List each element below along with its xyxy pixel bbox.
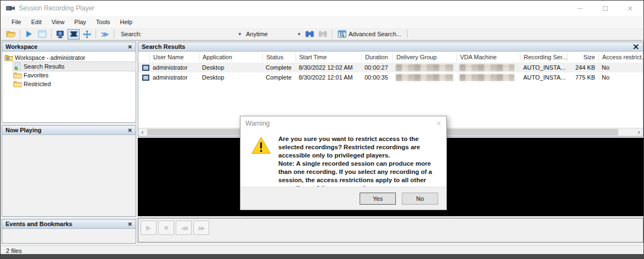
- results-table-header-row: User Name Application Status Start Time …: [138, 52, 643, 63]
- advanced-search-label: Advanced Search...: [349, 31, 401, 37]
- cell-size: 244 KB: [567, 64, 598, 71]
- playback-stop-button[interactable]: ■: [158, 221, 174, 235]
- column-header-recording-server[interactable]: Recording Ser...: [520, 53, 567, 61]
- tree-item-favorites[interactable]: Favorites: [13, 71, 136, 80]
- toolbar-separator: [20, 30, 20, 38]
- cell-application: Desktop: [199, 64, 262, 71]
- column-header-application[interactable]: Application: [199, 53, 262, 61]
- folder-icon: [13, 80, 22, 88]
- now-playing-panel-header: Now Playing ✕: [2, 126, 136, 135]
- window-title: Session Recording Player: [19, 4, 94, 12]
- app-camera-icon: [5, 4, 15, 12]
- fast-forward-icon: ▶▶: [199, 225, 204, 231]
- now-playing-panel-close-icon[interactable]: ✕: [128, 127, 132, 133]
- film-frame-icon: [70, 31, 78, 37]
- stop-icon: ■: [164, 224, 168, 232]
- cell-status: Complete: [262, 74, 295, 81]
- search-input[interactable]: [145, 30, 236, 38]
- time-filter-combobox[interactable]: Anytime ▾: [244, 29, 303, 39]
- workspace-root-icon: [4, 54, 13, 61]
- tree-item-label: Workspace - administrator: [15, 54, 85, 61]
- scroll-left-arrow-icon[interactable]: ‹: [138, 128, 147, 136]
- more-tools-button[interactable]: ≫: [99, 29, 111, 40]
- now-playing-panel-title: Now Playing: [5, 127, 128, 133]
- tree-item-workspace-root[interactable]: Workspace - administrator: [4, 53, 136, 62]
- column-header-delivery-group[interactable]: Delivery Group: [393, 53, 456, 61]
- events-bookmarks-panel-close-icon[interactable]: ✕: [128, 221, 132, 227]
- cell-status: Complete: [262, 64, 295, 71]
- tree-item-label: Search Results: [24, 63, 65, 70]
- search-results-header: Search Results ✕: [138, 42, 643, 52]
- toolbar-separator: [51, 30, 52, 38]
- workspace-panel-header: Workspace ✕: [2, 42, 136, 52]
- cell-start-time: 8/30/2022 12:01 AM: [295, 74, 361, 81]
- warning-message-line-1: Are you sure you want to restrict access…: [278, 135, 439, 160]
- playback-rewind-button[interactable]: ◀◀: [176, 221, 192, 235]
- warning-dialog-title: Warning: [245, 120, 436, 127]
- cell-application: Desktop: [199, 74, 262, 81]
- open-file-button[interactable]: [5, 29, 17, 40]
- redacted-delivery-group: [396, 64, 453, 71]
- menu-edit[interactable]: Edit: [26, 17, 47, 27]
- actual-size-button[interactable]: [54, 29, 66, 40]
- tree-item-restricted[interactable]: Restricted: [13, 80, 136, 88]
- table-row[interactable]: administrator Desktop Complete 8/30/2022…: [138, 72, 643, 82]
- table-row[interactable]: administrator Desktop Complete 8/30/2022…: [138, 63, 643, 72]
- menu-bar: File Edit View Play Tools Help: [1, 16, 643, 28]
- scroll-right-arrow-icon[interactable]: ›: [635, 128, 643, 136]
- search-dropdown-arrow-icon[interactable]: ▾: [236, 31, 244, 37]
- menu-tools[interactable]: Tools: [91, 17, 115, 27]
- column-header-user-name[interactable]: User Name: [149, 53, 199, 61]
- playback-play-button[interactable]: ▶: [141, 221, 156, 235]
- cell-user-name: administrator: [149, 74, 199, 81]
- play-icon: [26, 30, 32, 38]
- play-button[interactable]: [23, 29, 35, 40]
- monitor-zoom-icon: [56, 30, 65, 38]
- column-header-access-restricted[interactable]: Access restrict...: [598, 53, 643, 61]
- column-header-start-time[interactable]: Start Time: [295, 53, 361, 61]
- column-header-duration[interactable]: Duration: [361, 53, 393, 61]
- menu-file[interactable]: File: [7, 17, 26, 27]
- advanced-search-button[interactable]: Advanced Search...: [334, 29, 405, 39]
- search-label: Search:: [121, 31, 142, 37]
- now-playing-panel: Now Playing ✕: [2, 125, 136, 217]
- column-header-icon[interactable]: [138, 53, 149, 61]
- search-combobox[interactable]: ▾: [145, 29, 244, 39]
- close-button[interactable]: ✕: [618, 1, 643, 16]
- binoculars-disabled-icon: [318, 30, 327, 38]
- time-filter-dropdown-arrow-icon[interactable]: ▾: [295, 31, 303, 37]
- find-next-button[interactable]: [317, 29, 329, 40]
- window-view-button[interactable]: [36, 29, 48, 40]
- column-header-vda-machine[interactable]: VDA Machine: [456, 53, 520, 61]
- fit-to-window-button[interactable]: [68, 29, 80, 40]
- column-header-status[interactable]: Status: [262, 53, 295, 61]
- tree-item-label: Restricted: [24, 81, 51, 87]
- search-results-close-icon[interactable]: ✕: [632, 42, 640, 52]
- cell-access-restricted: No: [598, 74, 643, 81]
- column-header-size[interactable]: Size: [567, 53, 598, 61]
- session-recording-icon: [142, 75, 149, 81]
- advanced-search-icon: [338, 30, 346, 38]
- toolbar-separator: [332, 30, 332, 38]
- menu-play[interactable]: Play: [69, 17, 91, 27]
- rewind-icon: ◀◀: [181, 225, 186, 231]
- warning-dialog-footer: Yes No: [240, 187, 446, 210]
- binoculars-icon: [305, 30, 314, 38]
- double-chevron-icon: ≫: [101, 30, 109, 38]
- yes-button[interactable]: Yes: [360, 193, 396, 205]
- playback-fast-forward-button[interactable]: ▶▶: [193, 221, 209, 235]
- find-button[interactable]: [304, 29, 316, 40]
- warning-dialog-body: Are you sure you want to restrict access…: [240, 130, 446, 193]
- maximize-button[interactable]: [592, 1, 618, 16]
- pan-button[interactable]: [81, 29, 93, 40]
- window-icon: [38, 30, 47, 38]
- menu-view[interactable]: View: [47, 17, 70, 27]
- menu-help[interactable]: Help: [115, 17, 137, 27]
- warning-dialog-close-icon[interactable]: ✕: [436, 120, 441, 127]
- minimize-button[interactable]: [567, 1, 592, 16]
- tree-item-search-results[interactable]: Search Results: [13, 62, 136, 71]
- play-icon: ▶: [146, 224, 151, 232]
- no-button[interactable]: No: [402, 193, 438, 205]
- workspace-panel-close-icon[interactable]: ✕: [128, 44, 132, 50]
- redacted-vda-machine: [460, 64, 514, 71]
